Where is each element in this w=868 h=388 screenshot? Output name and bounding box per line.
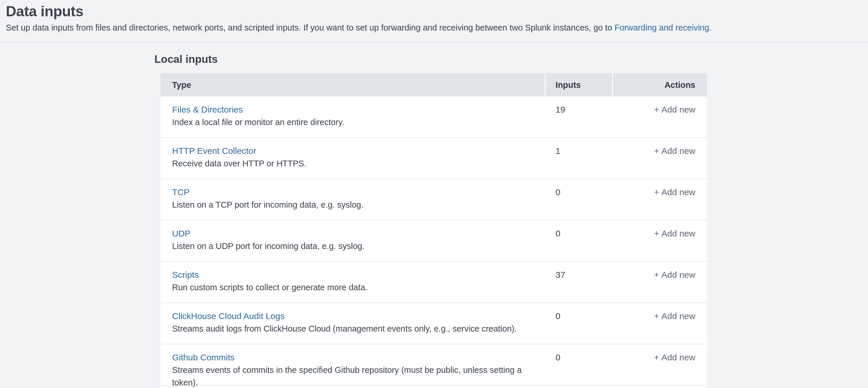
add-new-button[interactable]: +Add new xyxy=(654,351,695,364)
table-row: HTTP Event Collector Receive data over H… xyxy=(160,138,707,179)
section-title: Local inputs xyxy=(154,53,868,66)
table-row: Scripts Run custom scripts to collect or… xyxy=(160,262,707,303)
page-header: Data inputs Set up data inputs from file… xyxy=(0,0,868,42)
input-type-link-udp[interactable]: UDP xyxy=(172,227,190,240)
actions-cell: +Add new xyxy=(612,303,707,344)
add-new-label: Add new xyxy=(661,311,695,321)
add-new-label: Add new xyxy=(661,353,695,362)
input-type-description: Run custom scripts to collect or generat… xyxy=(172,281,539,294)
type-cell: TCP Listen on a TCP port for incoming da… xyxy=(160,179,545,220)
subtitle-text: Set up data inputs from files and direct… xyxy=(6,23,615,32)
input-type-link-github-commits[interactable]: Github Commits xyxy=(172,351,235,364)
table-row: Files & Directories Index a local file o… xyxy=(160,96,707,138)
input-type-description: Index a local file or monitor an entire … xyxy=(172,116,539,128)
input-type-link-tcp[interactable]: TCP xyxy=(172,185,189,199)
plus-icon: + xyxy=(654,229,659,238)
actions-cell: +Add new xyxy=(612,220,707,261)
inputs-count: 19 xyxy=(545,96,612,137)
add-new-label: Add new xyxy=(661,146,695,156)
type-cell: ClickHouse Cloud Audit Logs Streams audi… xyxy=(160,303,545,344)
input-type-link-http-event-collector[interactable]: HTTP Event Collector xyxy=(172,144,256,157)
page-subtitle: Set up data inputs from files and direct… xyxy=(6,22,856,33)
inputs-count: 1 xyxy=(545,138,612,179)
page-title: Data inputs xyxy=(6,2,856,20)
inputs-count: 37 xyxy=(545,262,612,302)
type-cell: UDP Listen on a UDP port for incoming da… xyxy=(160,220,545,261)
add-new-button[interactable]: +Add new xyxy=(654,103,695,116)
plus-icon: + xyxy=(654,353,659,362)
inputs-count: 0 xyxy=(545,179,612,220)
add-new-button[interactable]: +Add new xyxy=(654,268,695,281)
input-type-description: Listen on a TCP port for incoming data, … xyxy=(172,199,539,211)
input-type-link-scripts[interactable]: Scripts xyxy=(172,268,199,281)
table-row: ClickHouse Cloud Audit Logs Streams audi… xyxy=(160,303,707,345)
add-new-label: Add new xyxy=(661,270,695,279)
type-cell: Github Commits Streams events of commits… xyxy=(160,345,545,388)
column-header-actions: Actions xyxy=(612,73,707,96)
input-type-description: Streams events of commits in the specifi… xyxy=(172,364,539,388)
input-type-link-clickhouse-cloud-audit-logs[interactable]: ClickHouse Cloud Audit Logs xyxy=(172,309,285,323)
table-row: TCP Listen on a TCP port for incoming da… xyxy=(160,179,707,220)
plus-icon: + xyxy=(654,187,659,197)
inputs-count: 0 xyxy=(545,345,612,388)
plus-icon: + xyxy=(654,146,659,156)
forwarding-and-receiving-link[interactable]: Forwarding and receiving xyxy=(615,23,709,32)
plus-icon: + xyxy=(654,270,659,279)
input-type-description: Receive data over HTTP or HTTPS. xyxy=(172,157,539,170)
add-new-label: Add new xyxy=(661,187,695,197)
actions-cell: +Add new xyxy=(612,96,707,137)
table-header-row: Type Inputs Actions xyxy=(160,73,707,96)
inputs-count: 0 xyxy=(545,220,612,261)
plus-icon: + xyxy=(654,105,659,114)
add-new-button[interactable]: +Add new xyxy=(654,185,695,199)
actions-cell: +Add new xyxy=(612,345,707,388)
add-new-button[interactable]: +Add new xyxy=(654,309,695,323)
actions-cell: +Add new xyxy=(612,262,707,302)
input-type-description: Listen on a UDP port for incoming data, … xyxy=(172,240,539,252)
add-new-label: Add new xyxy=(661,105,695,114)
subtitle-period: . xyxy=(709,23,712,32)
type-cell: Scripts Run custom scripts to collect or… xyxy=(160,262,545,302)
plus-icon: + xyxy=(654,311,659,321)
column-header-inputs: Inputs xyxy=(545,73,612,96)
input-type-description: Streams audit logs from ClickHouse Cloud… xyxy=(172,323,539,335)
type-cell: HTTP Event Collector Receive data over H… xyxy=(160,138,545,179)
column-header-type: Type xyxy=(160,73,545,96)
type-cell: Files & Directories Index a local file o… xyxy=(160,96,545,137)
actions-cell: +Add new xyxy=(612,138,707,179)
actions-cell: +Add new xyxy=(612,179,707,220)
table-row: UDP Listen on a UDP port for incoming da… xyxy=(160,220,707,262)
input-type-link-files-directories[interactable]: Files & Directories xyxy=(172,103,243,116)
local-inputs-table: Type Inputs Actions Files & Directories … xyxy=(160,73,707,388)
add-new-button[interactable]: +Add new xyxy=(654,227,695,240)
inputs-count: 0 xyxy=(545,303,612,344)
add-new-label: Add new xyxy=(661,229,695,238)
table-row: Github Commits Streams events of commits… xyxy=(160,345,707,386)
main-content: Local inputs Type Inputs Actions Files &… xyxy=(0,42,868,388)
add-new-button[interactable]: +Add new xyxy=(654,144,695,157)
